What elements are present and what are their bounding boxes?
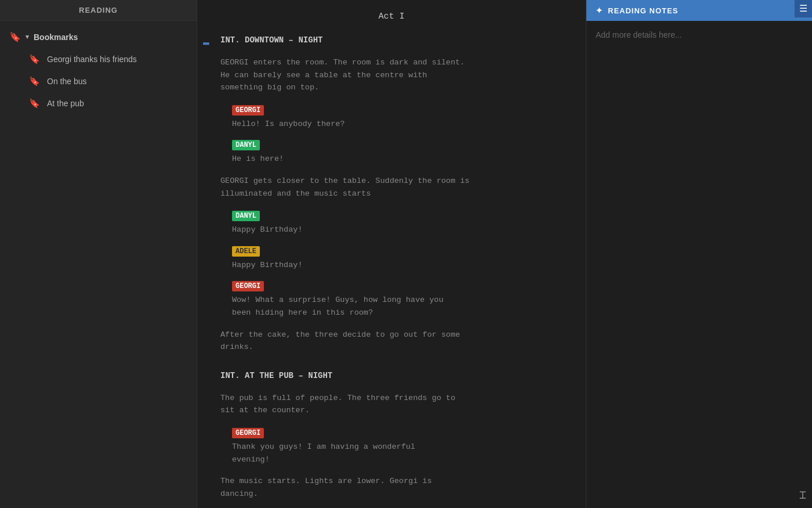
bookmark-label-pub: At the pub — [47, 99, 84, 108]
dialogue-adele-1: ADELE Happy Birthday! — [220, 246, 563, 272]
bookmarks-label: Bookmarks — [34, 33, 78, 42]
dialogue-text-georgi-1: Hello! Is anybody there? — [232, 118, 563, 131]
notes-placeholder: Add more details here... — [596, 30, 682, 39]
bookmark-item-pub[interactable]: 🔖 At the pub — [0, 92, 197, 114]
dialogue-danyl-2: DANYL Happy Birthday! — [220, 210, 563, 236]
dialogue-text-danyl-2: Happy Birthday! — [232, 224, 563, 236]
character-badge-georgi-1: GEORGI — [232, 105, 264, 116]
action-text-3: After the cake, the three decide to go o… — [220, 329, 563, 354]
sidebar-header: READING — [0, 0, 197, 21]
dialogue-text-georgi-3: Thank you guys! I am having a wonderfule… — [232, 441, 563, 466]
chevron-down-icon: ▾ — [26, 33, 29, 41]
dialogue-text-danyl-1: He is here! — [232, 153, 563, 165]
character-badge-georgi-3: GEORGI — [232, 428, 264, 438]
script-content: Act I ▬ INT. DOWNTOWN – NIGHT GEORGI ent… — [197, 0, 586, 508]
scene-1: ▬ INT. DOWNTOWN – NIGHT GEORGI enters th… — [220, 35, 563, 354]
character-badge-danyl-2: DANYL — [232, 211, 260, 221]
notes-star-icon: ✦ — [596, 6, 603, 15]
character-badge-georgi-2: GEORGI — [232, 281, 264, 291]
act-title: Act I — [220, 12, 563, 21]
scene-2: INT. AT THE PUB – NIGHT The pub is full … — [220, 371, 563, 500]
bookmark-filled-icon: 🔖 — [9, 31, 21, 42]
reading-notes-header: ✦ READING NOTES — [586, 0, 812, 21]
cursor-icon: ⌶ — [799, 488, 806, 502]
action-text-5: The music starts. Lights are lower. Geor… — [220, 475, 563, 500]
character-badge-danyl-1: DANYL — [232, 140, 260, 150]
bookmark-label-bus: On the bus — [47, 77, 87, 86]
reading-notes-label: READING NOTES — [608, 6, 678, 15]
character-badge-adele-1: ADELE — [232, 246, 260, 257]
reading-notes-header-container: ✦ READING NOTES ☰ — [586, 0, 812, 21]
main-layout: READING 🔖 ▾ Bookmarks 🔖 Georgi thanks hi… — [0, 0, 812, 508]
notes-content[interactable]: Add more details here... — [586, 21, 812, 482]
dialogue-georgi-1: GEORGI Hello! Is anybody there? — [220, 105, 563, 131]
action-text-1: GEORGI enters the room. The room is dark… — [220, 56, 563, 94]
bookmark-item-georgi[interactable]: 🔖 Georgi thanks his friends — [0, 48, 197, 70]
dialogue-danyl-1: DANYL He is here! — [220, 139, 563, 165]
hamburger-icon[interactable]: ☰ — [795, 0, 812, 17]
bookmarks-section: 🔖 ▾ Bookmarks 🔖 Georgi thanks his friend… — [0, 21, 197, 119]
bookmark-empty-icon-1: 🔖 — [29, 54, 40, 64]
dialogue-text-adele-1: Happy Birthday! — [232, 259, 563, 272]
action-text-4: The pub is full of people. The three fri… — [220, 392, 563, 417]
scene-heading-1: ▬ INT. DOWNTOWN – NIGHT — [220, 35, 563, 45]
bookmark-empty-icon-2: 🔖 — [29, 76, 40, 87]
note-icon: ▬ — [203, 37, 209, 48]
bookmark-item-bus[interactable]: 🔖 On the bus — [0, 70, 197, 92]
bookmark-empty-icon-3: 🔖 — [29, 98, 40, 109]
bookmarks-toggle[interactable]: 🔖 ▾ Bookmarks — [0, 26, 197, 48]
dialogue-georgi-3: GEORGI Thank you guys! I am having a won… — [220, 427, 563, 466]
scene-heading-2: INT. AT THE PUB – NIGHT — [220, 371, 563, 380]
bookmark-label-georgi: Georgi thanks his friends — [47, 55, 137, 64]
dialogue-georgi-2: GEORGI Wow! What a surprise! Guys, how l… — [220, 280, 563, 319]
sidebar: READING 🔖 ▾ Bookmarks 🔖 Georgi thanks hi… — [0, 0, 197, 508]
right-panel: ✦ READING NOTES ☰ Add more details here.… — [586, 0, 812, 508]
action-text-2: GEORGI gets closer to the table. Suddenl… — [220, 175, 563, 200]
dialogue-text-georgi-2: Wow! What a surprise! Guys, how long hav… — [232, 294, 563, 319]
